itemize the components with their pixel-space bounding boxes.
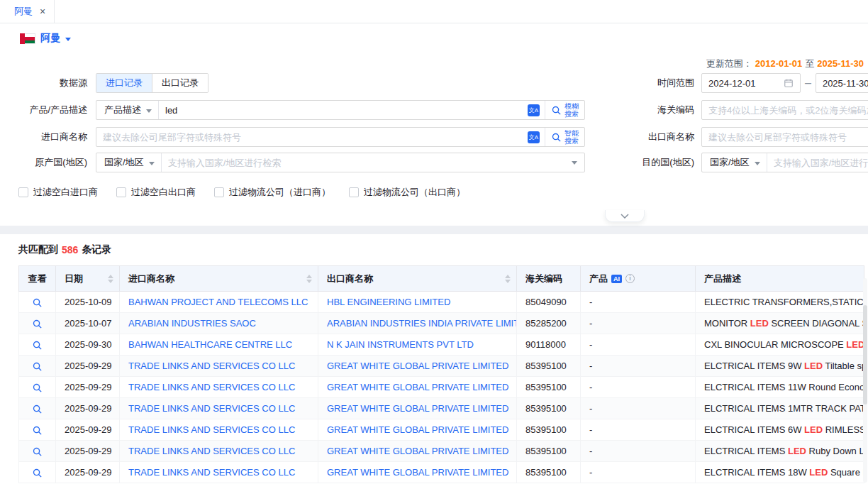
importer-link[interactable]: ARABIAN INDUSTRIES SAOC bbox=[128, 318, 256, 329]
importer-link[interactable]: BAHWAN HEALTHCARE CENTRE LLC bbox=[128, 339, 292, 350]
exporter-link[interactable]: ARABIAN INDUSTRIES INDIA PRIVATE LIMIT..… bbox=[327, 318, 517, 329]
filter-checkbox[interactable]: 过滤物流公司（出口商） bbox=[349, 186, 465, 199]
exporter-link[interactable]: HBL ENGINEERING LIMITED bbox=[327, 297, 450, 307]
filter-checkbox[interactable]: 过滤空白进口商 bbox=[18, 186, 98, 199]
header-hs-code: 海关编码 bbox=[517, 266, 581, 292]
exporter-cell: GREAT WHITE GLOBAL PRIVATE LIMITED bbox=[318, 377, 517, 398]
origin-country-select[interactable]: 国家/地区 bbox=[96, 153, 162, 172]
importer-cell: TRADE LINKS AND SERVICES CO LLC bbox=[120, 377, 318, 398]
collapse-form-button[interactable] bbox=[605, 210, 645, 222]
importer-link[interactable]: TRADE LINKS AND SERVICES CO LLC bbox=[128, 382, 295, 392]
fuzzy-search-button[interactable]: 模糊 搜索 bbox=[545, 101, 584, 119]
checkbox-icon[interactable] bbox=[116, 187, 126, 197]
view-record-button[interactable] bbox=[32, 361, 43, 372]
tab-title: 阿曼 bbox=[14, 5, 33, 18]
chevron-down-icon bbox=[572, 161, 577, 165]
view-record-button[interactable] bbox=[32, 340, 43, 351]
view-record-button[interactable] bbox=[32, 383, 43, 393]
hs-code-cell: 90118000 bbox=[517, 334, 581, 356]
product-label: 产品/产品描述 bbox=[0, 104, 96, 116]
view-cell bbox=[19, 398, 56, 419]
translate-icon[interactable]: 文A bbox=[528, 131, 540, 143]
exporter-cell: GREAT WHITE GLOBAL PRIVATE LIMITED bbox=[318, 419, 517, 441]
view-record-button[interactable] bbox=[32, 297, 43, 308]
destination-input[interactable] bbox=[767, 158, 868, 168]
product-cell: - bbox=[581, 398, 696, 419]
results-tbody: 2025-10-09BAHWAN PROJECT AND TELECOMS LL… bbox=[19, 292, 864, 483]
exporter-cell: ARABIAN INDUSTRIES INDIA PRIVATE LIMIT..… bbox=[318, 313, 517, 334]
product-cell: - bbox=[581, 334, 696, 356]
exporter-link[interactable]: GREAT WHITE GLOBAL PRIVATE LIMITED bbox=[327, 446, 508, 456]
end-date-input[interactable]: 2025-11-30 bbox=[816, 73, 868, 93]
product-cell: - bbox=[581, 377, 696, 398]
sort-icon[interactable] bbox=[505, 275, 511, 283]
checkbox-label: 过滤物流公司（出口商） bbox=[364, 186, 465, 199]
product-type-select[interactable]: 产品描述 bbox=[96, 101, 159, 119]
smart-search-button[interactable]: 智能 搜索 bbox=[545, 128, 584, 146]
magnifier-icon bbox=[32, 361, 43, 372]
header-date[interactable]: 日期 bbox=[56, 266, 120, 292]
view-cell bbox=[19, 377, 56, 398]
translate-icon[interactable]: 文A bbox=[528, 104, 540, 116]
vertical-scrollbar[interactable] bbox=[863, 278, 867, 483]
view-record-button[interactable] bbox=[32, 446, 43, 457]
exporter-link[interactable]: GREAT WHITE GLOBAL PRIVATE LIMITED bbox=[327, 424, 508, 435]
exporter-link[interactable]: GREAT WHITE GLOBAL PRIVATE LIMITED bbox=[327, 467, 508, 478]
info-icon[interactable]: i bbox=[625, 274, 635, 283]
chevron-down-icon bbox=[146, 109, 152, 113]
product-cell: - bbox=[581, 462, 696, 483]
start-date-input[interactable]: 2024-12-01 bbox=[701, 73, 801, 93]
scrollbar-thumb[interactable] bbox=[863, 305, 867, 405]
header-exporter[interactable]: 出口商名称 bbox=[318, 266, 517, 292]
exporter-link[interactable]: N K JAIN INSTRUMENTS PVT LTD bbox=[327, 339, 474, 350]
chevron-down-icon bbox=[755, 162, 760, 165]
description-cell: ELCTRICAL ITEMS LED Ruby Down Li... bbox=[696, 441, 864, 462]
view-record-button[interactable] bbox=[32, 404, 43, 414]
importer-cell: TRADE LINKS AND SERVICES CO LLC bbox=[120, 356, 318, 377]
tab-close-icon[interactable]: × bbox=[40, 6, 45, 16]
exporter-link[interactable]: GREAT WHITE GLOBAL PRIVATE LIMITED bbox=[327, 403, 508, 414]
exporter-input[interactable] bbox=[702, 132, 868, 143]
checkbox-icon[interactable] bbox=[214, 187, 224, 197]
export-records-tab[interactable]: 出口记录 bbox=[152, 74, 208, 92]
view-record-button[interactable] bbox=[32, 319, 43, 329]
header-importer[interactable]: 进口商名称 bbox=[120, 266, 318, 292]
hs-code-cell: 85285200 bbox=[517, 313, 581, 334]
hs-code-input[interactable] bbox=[702, 105, 868, 116]
view-record-button[interactable] bbox=[32, 468, 43, 478]
date-cell: 2025-09-29 bbox=[56, 398, 120, 419]
match-count: 586 bbox=[62, 244, 78, 255]
exporter-cell: GREAT WHITE GLOBAL PRIVATE LIMITED bbox=[318, 356, 517, 377]
date-cell: 2025-09-30 bbox=[56, 334, 120, 356]
sort-icon[interactable] bbox=[108, 275, 113, 283]
importer-link[interactable]: TRADE LINKS AND SERVICES CO LLC bbox=[128, 361, 295, 371]
exporter-link[interactable]: GREAT WHITE GLOBAL PRIVATE LIMITED bbox=[327, 382, 508, 392]
view-record-button[interactable] bbox=[32, 425, 43, 436]
importer-link[interactable]: TRADE LINKS AND SERVICES CO LLC bbox=[128, 424, 295, 435]
importer-input[interactable] bbox=[96, 132, 528, 143]
checkbox-icon[interactable] bbox=[349, 187, 359, 197]
header-view: 查看 bbox=[19, 266, 56, 292]
importer-link[interactable]: TRADE LINKS AND SERVICES CO LLC bbox=[128, 467, 295, 478]
product-cell: - bbox=[581, 419, 696, 441]
exporter-link[interactable]: GREAT WHITE GLOBAL PRIVATE LIMITED bbox=[327, 361, 508, 371]
results-table: 查看 日期 进口商名称 出口商名称 海关编码 产品AIi 产品描述 2025-1… bbox=[18, 265, 864, 483]
importer-link[interactable]: TRADE LINKS AND SERVICES CO LLC bbox=[128, 403, 295, 414]
import-records-tab[interactable]: 进口记录 bbox=[96, 74, 152, 92]
filter-checkbox[interactable]: 过滤物流公司（进口商） bbox=[214, 186, 330, 199]
country-selector[interactable]: 阿曼 bbox=[20, 32, 71, 45]
chevron-down-icon bbox=[621, 214, 629, 219]
checkbox-icon[interactable] bbox=[18, 187, 28, 197]
tab-oman[interactable]: 阿曼 × bbox=[6, 0, 55, 23]
product-input[interactable] bbox=[159, 105, 528, 116]
product-cell: - bbox=[581, 356, 696, 377]
destination-select[interactable]: 国家/地区 bbox=[702, 153, 767, 172]
exporter-label: 出口商名称 bbox=[642, 131, 701, 143]
importer-link[interactable]: BAHWAN PROJECT AND TELECOMS LLC bbox=[128, 297, 308, 307]
sort-icon[interactable] bbox=[306, 275, 312, 283]
importer-link[interactable]: TRADE LINKS AND SERVICES CO LLC bbox=[128, 446, 295, 456]
hs-code-cell: 85395100 bbox=[517, 462, 581, 483]
filter-checkbox[interactable]: 过滤空白出口商 bbox=[116, 186, 196, 199]
product-search-group: 产品描述 文A 模糊 搜索 bbox=[96, 100, 585, 120]
origin-country-input[interactable] bbox=[162, 158, 567, 168]
